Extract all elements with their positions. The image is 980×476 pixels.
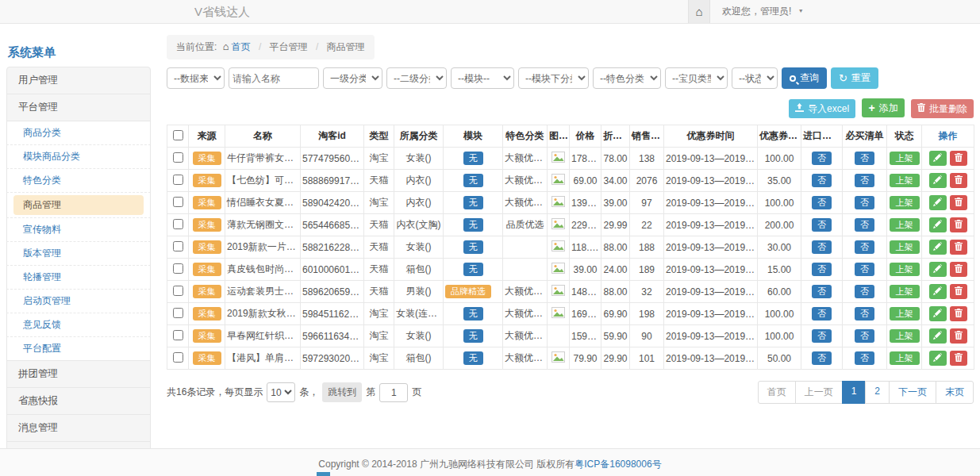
status-toggle[interactable]: 上架 <box>890 152 920 165</box>
imported-toggle[interactable]: 否 <box>812 307 832 321</box>
page-button[interactable]: 2 <box>865 381 890 404</box>
sidebar-item[interactable]: 模块商品分类 <box>6 145 151 169</box>
status-toggle[interactable]: 上架 <box>890 218 920 232</box>
batch-delete-button[interactable]: 批量删除 <box>911 99 974 118</box>
imported-toggle[interactable]: 否 <box>812 218 832 232</box>
sidebar-item[interactable]: 商品分类 <box>6 121 151 145</box>
home-button[interactable]: ⌂ <box>688 0 710 23</box>
name-search-input[interactable] <box>229 67 319 89</box>
sidebar-item[interactable]: 启动页管理 <box>6 290 151 313</box>
must-buy-toggle[interactable]: 否 <box>855 329 874 343</box>
import-excel-button[interactable]: 导入excel <box>789 99 855 118</box>
must-buy-toggle[interactable]: 否 <box>855 351 874 365</box>
edit-button[interactable] <box>929 151 947 166</box>
search-button[interactable]: 查询 <box>782 67 827 89</box>
breadcrumb-home-link[interactable]: 首页 <box>232 41 251 52</box>
sidebar-item[interactable]: 用户管理 <box>6 67 151 94</box>
page-button[interactable]: 上一页 <box>795 381 843 404</box>
row-checkbox[interactable] <box>173 197 183 207</box>
status-toggle[interactable]: 上架 <box>890 307 920 321</box>
status-toggle[interactable]: 上架 <box>890 263 920 276</box>
status-toggle[interactable]: 上架 <box>890 240 920 254</box>
delete-button[interactable] <box>950 173 967 188</box>
row-checkbox[interactable] <box>173 352 183 363</box>
edit-button[interactable] <box>929 328 947 344</box>
edit-button[interactable] <box>929 351 947 366</box>
filter-select-4[interactable]: --模块下分类-- <box>518 67 589 89</box>
must-buy-toggle[interactable]: 否 <box>855 218 874 232</box>
filter-select-3[interactable]: --模块-- <box>451 67 514 89</box>
imported-toggle[interactable]: 否 <box>812 240 832 254</box>
sidebar-item[interactable]: 平台配置 <box>6 337 151 361</box>
select-all-checkbox[interactable] <box>173 130 183 140</box>
imported-toggle[interactable]: 否 <box>812 174 832 187</box>
edit-button[interactable] <box>929 262 947 277</box>
status-toggle[interactable]: 上架 <box>890 196 920 209</box>
row-checkbox[interactable] <box>173 175 183 185</box>
imported-toggle[interactable]: 否 <box>812 285 832 298</box>
sidebar-item[interactable]: 版本管理 <box>6 242 151 266</box>
sidebar-item[interactable]: 消息管理 <box>6 414 151 442</box>
must-buy-toggle[interactable]: 否 <box>855 263 874 276</box>
page-button[interactable]: 首页 <box>758 381 796 404</box>
add-button[interactable]: + 添加 <box>862 98 904 117</box>
row-checkbox[interactable] <box>173 330 183 340</box>
edit-button[interactable] <box>929 173 947 188</box>
sidebar-item[interactable]: 省惠快报 <box>6 387 151 415</box>
delete-button[interactable] <box>950 306 967 321</box>
imported-toggle[interactable]: 否 <box>812 351 832 365</box>
row-checkbox[interactable] <box>173 308 183 318</box>
row-checkbox[interactable] <box>173 263 183 274</box>
filter-select-0[interactable]: --数据来源-- <box>167 67 225 89</box>
delete-button[interactable] <box>950 284 967 299</box>
row-checkbox[interactable] <box>173 219 183 229</box>
sidebar-item[interactable]: 宣传物料 <box>6 218 151 242</box>
edit-button[interactable] <box>929 240 947 255</box>
delete-button[interactable] <box>950 262 967 277</box>
edit-button[interactable] <box>929 284 947 299</box>
imported-toggle[interactable]: 否 <box>812 152 832 165</box>
filter-select-2[interactable]: --二级分类-- <box>386 67 447 89</box>
row-checkbox[interactable] <box>173 286 183 296</box>
filter-select-6[interactable]: --宝贝类型-- <box>665 67 728 89</box>
jump-button[interactable]: 跳转到 <box>322 382 362 402</box>
status-toggle[interactable]: 上架 <box>890 351 920 365</box>
delete-button[interactable] <box>950 217 967 232</box>
imported-toggle[interactable]: 否 <box>812 329 832 343</box>
delete-button[interactable] <box>950 328 967 344</box>
delete-button[interactable] <box>950 351 967 366</box>
imported-toggle[interactable]: 否 <box>812 263 832 276</box>
row-checkbox[interactable] <box>173 152 183 163</box>
status-toggle[interactable]: 上架 <box>890 174 920 187</box>
imported-toggle[interactable]: 否 <box>812 196 832 209</box>
sidebar-item[interactable]: 拼团管理 <box>6 360 151 388</box>
delete-button[interactable] <box>950 195 967 210</box>
edit-button[interactable] <box>929 217 947 232</box>
sidebar-item[interactable]: 特色分类 <box>6 169 151 193</box>
edit-button[interactable] <box>929 195 947 210</box>
delete-button[interactable] <box>950 151 967 166</box>
must-buy-toggle[interactable]: 否 <box>855 285 874 298</box>
sidebar-item[interactable]: 意见反馈 <box>6 313 151 337</box>
icp-link[interactable]: 粤ICP备16098006号 <box>575 459 661 470</box>
must-buy-toggle[interactable]: 否 <box>855 174 874 187</box>
must-buy-toggle[interactable]: 否 <box>855 152 874 165</box>
sidebar-item[interactable]: 商品管理 <box>6 193 151 218</box>
must-buy-toggle[interactable]: 否 <box>855 240 874 254</box>
sidebar-item[interactable]: 平台管理 <box>6 94 151 121</box>
page-button[interactable]: 1 <box>842 381 867 404</box>
must-buy-toggle[interactable]: 否 <box>855 196 874 209</box>
row-checkbox[interactable] <box>173 241 183 251</box>
filter-select-7[interactable]: --状态-- <box>732 67 778 89</box>
user-menu[interactable]: 欢迎您，管理员! ▼ <box>722 5 804 18</box>
edit-button[interactable] <box>929 306 947 321</box>
page-button[interactable]: 下一页 <box>889 381 936 404</box>
page-button[interactable]: 末页 <box>936 381 974 404</box>
filter-select-5[interactable]: --特色分类-- <box>593 67 661 89</box>
per-page-select[interactable]: 10 <box>267 382 295 402</box>
filter-select-1[interactable]: 一级分类 <box>323 67 382 89</box>
page-number-input[interactable] <box>379 383 408 402</box>
delete-button[interactable] <box>950 240 967 255</box>
status-toggle[interactable]: 上架 <box>890 285 920 298</box>
must-buy-toggle[interactable]: 否 <box>855 307 874 321</box>
